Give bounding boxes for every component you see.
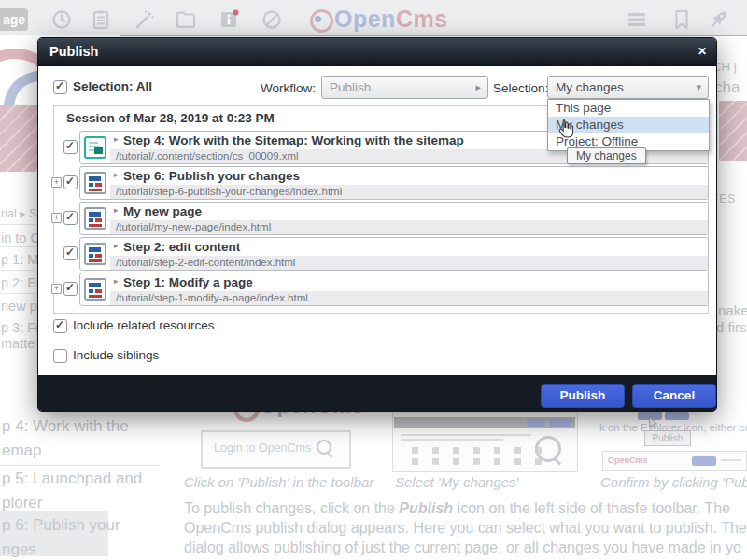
expand-arrow-icon[interactable]: ▸	[114, 205, 119, 215]
bg-thumb-login: Login to OpenCms	[201, 430, 351, 469]
bg-text-line	[401, 439, 503, 441]
bg-right-fragment: cha	[714, 78, 740, 97]
menu-icon	[626, 8, 648, 31]
bg-paragraph-line2: OpenCms publish dialog appears. Here you…	[184, 520, 747, 537]
item-checkbox[interactable]	[63, 282, 78, 296]
search-icon	[317, 440, 331, 455]
resource-path: /tutorial/step-1-modify-a-page/index.htm…	[116, 291, 308, 305]
expand-arrow-icon[interactable]: ▸	[114, 241, 119, 250]
wand-icon	[134, 8, 156, 31]
workflow-select[interactable]: Publish ▸	[321, 76, 488, 99]
siblings-checkbox[interactable]	[53, 349, 67, 363]
selection-all-label: Selection: All	[73, 79, 152, 93]
resource-path: /tutorial/my-new-page/index.html	[116, 220, 271, 234]
bg-paragraph-line1: To publish changes, click on the Publish…	[184, 500, 747, 517]
workflow-label: Workflow:	[261, 81, 316, 95]
resource-title: Step 1: Modify a page	[123, 275, 253, 289]
expand-arrow-icon[interactable]: ▸	[114, 276, 119, 286]
expand-toggle[interactable]: +	[51, 213, 62, 223]
selection-label: Selection:	[493, 81, 548, 95]
expand-toggle[interactable]: +	[51, 284, 62, 294]
resource-path: /tutorial/step-2-edit-content/index.html	[116, 256, 295, 270]
bg-mini-button	[665, 412, 689, 420]
resource-title: Step 4: Work with the Sitemap: Working w…	[123, 133, 464, 147]
cancel-button[interactable]: Cancel	[632, 384, 716, 408]
opencms-logo-mark	[310, 9, 333, 33]
expand-arrow-icon[interactable]: ▸	[114, 170, 119, 179]
divider	[0, 224, 35, 225]
bg-text-line	[401, 434, 531, 436]
bg-icon-row	[412, 447, 552, 454]
dialog-header[interactable]: Publish ✕	[38, 38, 716, 66]
bg-image-fragment	[719, 101, 747, 161]
bg-right-fragment: nake	[718, 302, 747, 318]
screen: age OpenCms rial ▸ St in to O p 1: Mo p …	[0, 0, 747, 560]
related-resources-checkbox[interactable]	[53, 319, 67, 333]
bg-sidebar-step4: p 4: Work with the	[2, 417, 129, 436]
bg-sidebar-step6: p 6: Publish your	[2, 516, 120, 535]
rocket-icon	[708, 8, 730, 31]
workflow-value: Publish	[330, 77, 371, 98]
hand-cursor	[557, 118, 577, 140]
bg-sidebar-fragment: new p	[1, 299, 37, 314]
publish-button[interactable]: Publish	[541, 384, 625, 408]
item-checkbox[interactable]	[63, 175, 78, 189]
bg-thumb-bar	[394, 417, 575, 428]
resource-title: My new page	[123, 204, 202, 218]
resource-path: /tutorial/step-6-publish-your-changes/in…	[116, 185, 342, 199]
page-icon	[84, 278, 106, 301]
siblings-label: Include siblings	[73, 348, 159, 362]
item-checkbox[interactable]	[63, 246, 78, 260]
bg-mini-button	[527, 419, 545, 427]
resource-path-stripe: /tutorial/step-1-modify-a-page/index.htm…	[110, 291, 708, 305]
selection-select[interactable]: My changes ▾	[547, 76, 709, 99]
bg-text-line	[721, 459, 741, 461]
bg-thumb-dialog	[392, 409, 578, 472]
expand-arrow-icon[interactable]: ▸	[114, 134, 119, 144]
resource-row[interactable]: ▸ Step 1: Modify a page /tutorial/step-1…	[79, 273, 709, 306]
page-button-fragment: age	[0, 8, 28, 31]
dropdown-option-this-page[interactable]: This page	[548, 100, 709, 117]
my-changes-tooltip: My changes	[567, 147, 646, 164]
bg-sidebar-step5: p 5: Launchpad and	[2, 469, 142, 488]
expand-toggle[interactable]: +	[51, 177, 62, 188]
bg-mini-logo: OpenCms	[608, 455, 648, 465]
session-header: Session of Mar 28, 2019 at 0:23 PM	[66, 111, 275, 125]
dialog-title: Publish	[49, 44, 98, 59]
divider	[0, 293, 35, 294]
item-checkbox[interactable]	[63, 140, 78, 154]
resource-row[interactable]: ▸ Step 6: Publish your changes /tutorial…	[79, 166, 709, 200]
resource-path-stripe: /tutorial/step-6-publish-your-changes/in…	[110, 185, 708, 199]
arrow-right-icon: ▸	[475, 77, 481, 98]
bg-breadcrumb: rial ▸ St	[1, 206, 40, 220]
page-icon	[84, 207, 106, 230]
bg-publish-tooltip: Publish	[644, 430, 691, 446]
bg-sidebar-step6b: nges	[2, 540, 36, 559]
page-icon	[84, 243, 106, 265]
item-checkbox[interactable]	[63, 211, 78, 225]
bg-icon-row	[412, 458, 552, 465]
resource-row[interactable]: ▸ My new page /tutorial/my-new-page/inde…	[79, 202, 709, 235]
history-icon	[50, 8, 73, 31]
bg-thumb-toolbar: OpenCms	[602, 451, 747, 471]
resource-row[interactable]: ▸ Step 2: edit content /tutorial/step-2-…	[79, 237, 709, 271]
close-icon[interactable]: ✕	[698, 45, 707, 58]
opencms-logo-dot	[315, 16, 321, 22]
selection-value: My changes	[556, 77, 624, 98]
bg-paragraph-line3: dialog allows publishing of just the cur…	[184, 539, 747, 556]
folder-icon	[175, 8, 197, 31]
selection-all-checkbox[interactable]	[53, 80, 67, 94]
bg-caption-2: Select 'My changes'	[395, 474, 518, 490]
toolbar-bottom-edge	[120, 35, 747, 36]
divider	[0, 270, 35, 271]
resource-title: Step 6: Publish your changes	[123, 169, 300, 183]
bookmark-icon	[670, 8, 693, 31]
bg-sidebar-fragment: matte	[1, 336, 35, 351]
bg-caption-1: Click on 'Publish' in the toolbar	[184, 474, 374, 490]
resource-title: Step 2: edit content	[123, 240, 240, 254]
content-icon	[84, 136, 106, 159]
clipboard-icon	[90, 8, 112, 31]
divider	[0, 246, 35, 247]
resource-path-stripe: /tutorial/my-new-page/index.html	[110, 220, 708, 234]
bg-sidebar-fragment: in to O	[1, 231, 41, 245]
